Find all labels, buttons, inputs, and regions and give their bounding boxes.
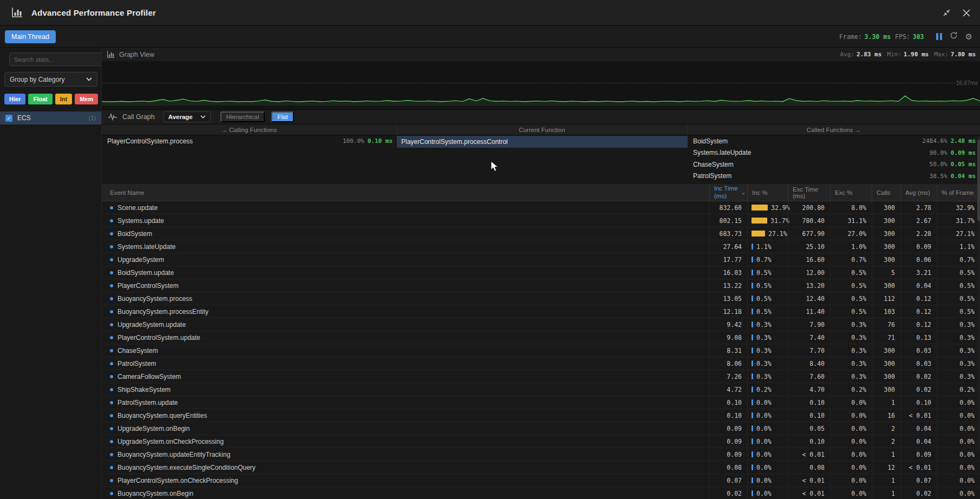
avg-cell: 0.10: [900, 396, 937, 409]
table-row[interactable]: UpgradeSystem.update9.420.3%7.900.3%760.…: [102, 318, 980, 331]
main-thread-tab[interactable]: Main Thread: [5, 30, 56, 43]
frame-pct-cell: 0.2%: [937, 383, 980, 396]
refresh-icon[interactable]: [950, 31, 958, 42]
exc-time-cell: 16.60: [788, 253, 830, 266]
avg-cell: 0.06: [900, 253, 937, 266]
exc-pct-cell: 0.5%: [830, 292, 872, 305]
inc-pct-cell: 31.7%: [747, 214, 788, 227]
filter-chip-mem[interactable]: Mem: [75, 94, 98, 104]
table-row[interactable]: PatrolSystem8.060.3%8.400.3%3000.030.3%: [102, 357, 980, 370]
table-row[interactable]: PlayerControlSystem13.220.5%13.200.5%300…: [102, 279, 980, 292]
table-row[interactable]: ChaseSystem8.310.3%7.700.3%3000.030.3%: [102, 344, 980, 357]
table-row[interactable]: PlayerControlSystem.onCheckProcessing0.0…: [102, 474, 980, 487]
inc-time-cell: 683.73: [709, 227, 747, 240]
avg-cell: 0.02: [900, 370, 937, 383]
table-row[interactable]: BuoyancySystem.onBegin0.020.0%< 0.010.0%…: [102, 487, 980, 499]
inc-pct-bar: [752, 412, 753, 418]
current-function-cell-wrap: PlayerControlSystem.processControl: [397, 135, 688, 184]
search-input[interactable]: [9, 52, 102, 66]
group-by-select[interactable]: Group by Category: [4, 72, 97, 87]
col-exc-time[interactable]: Exc Time (ms): [788, 184, 830, 201]
inc-pct-bar: [752, 257, 753, 262]
event-name-cell: UpgradeSystem: [102, 253, 709, 266]
checkbox-checked-icon[interactable]: ✓: [5, 115, 12, 122]
inc-time-cell: 16.03: [709, 266, 747, 279]
inc-pct-cell: 0.2%: [747, 383, 788, 396]
called-function-row[interactable]: PatrolSystem38.5%0.04 ms: [688, 170, 980, 182]
frame-pct-cell: 0.3%: [937, 331, 980, 344]
table-row[interactable]: PatrolSystem.update0.100.0%0.100.0%10.10…: [102, 396, 980, 409]
col-avg[interactable]: Avg (ms): [900, 184, 937, 201]
pause-icon[interactable]: [936, 33, 942, 40]
table-row[interactable]: CameraFollowSystem7.260.3%7.600.3%3000.0…: [102, 370, 980, 383]
fps-value: 303: [913, 33, 924, 41]
frame-pct-cell: 0.5%: [937, 292, 980, 305]
exc-time-cell: 12.40: [788, 292, 830, 305]
gridline-label: 16.67ms: [956, 80, 978, 86]
called-function-row[interactable]: BoidSystem2484.6%2.48 ms: [688, 135, 980, 147]
current-function-cell[interactable]: PlayerControlSystem.processControl: [397, 136, 688, 148]
table-row[interactable]: BuoyancySystem.updateEntityTracking0.090…: [102, 448, 980, 461]
frame-value: 3.30 ms: [865, 33, 891, 41]
sort-chevron-icon: ⌄: [741, 189, 746, 196]
exc-pct-cell: 0.0%: [830, 461, 872, 474]
table-row[interactable]: UpgradeSystem.onBegin0.090.0%0.050.0%20.…: [102, 422, 980, 435]
table-row[interactable]: ShipShakeSystem4.720.2%4.700.2%3000.020.…: [102, 383, 980, 396]
table-row[interactable]: BoidSystem.update16.030.5%12.000.5%53.21…: [102, 266, 980, 279]
table-row[interactable]: BoidSystem683.7327.1%677.9027.0%3002.282…: [102, 227, 980, 240]
called-function-row[interactable]: ChaseSystem50.0%0.05 ms: [688, 159, 980, 170]
inc-pct-bar: [752, 205, 768, 211]
col-inc-pct[interactable]: Inc %: [747, 184, 788, 201]
table-row[interactable]: BuoyancySystem.process13.050.5%12.400.5%…: [102, 292, 980, 305]
graph-view-icon: [107, 51, 115, 58]
calling-function-row[interactable]: PlayerControlSystem.process100.0%0.10 ms: [102, 135, 397, 147]
close-icon[interactable]: [963, 9, 970, 17]
frame-pct-cell: 0.0%: [937, 474, 980, 487]
frame-pct-cell: 0.0%: [937, 448, 980, 461]
calls-cell: 300: [872, 370, 900, 383]
graph-view-header: Graph View Avg: 2.83 ms Min: 1.90 ms Max…: [102, 48, 980, 61]
col-inc-time[interactable]: Inc Time (ms) ⌄: [709, 184, 747, 201]
col-calls[interactable]: Calls: [872, 184, 900, 201]
filter-chip-float[interactable]: Float: [28, 94, 52, 104]
inc-pct-bar: [752, 231, 765, 237]
filter-chip-hier[interactable]: Hier: [4, 94, 25, 104]
sidebar-item-ecs[interactable]: ✓ ECS (1): [0, 111, 101, 124]
table-row[interactable]: BuoyancySystem.executeSingleConditionQue…: [102, 461, 980, 474]
table-row[interactable]: BuoyancySystem.queryEntities0.100.0%0.10…: [102, 409, 980, 422]
calls-cell: 71: [872, 331, 900, 344]
table-row[interactable]: Systems.lateUpdate27.641.1%25.101.0%3000…: [102, 240, 980, 253]
settings-gear-icon[interactable]: ⚙: [965, 32, 972, 42]
inc-pct-bar: [752, 477, 753, 483]
col-event-name[interactable]: Event Name: [102, 184, 709, 201]
table-scrollbar[interactable]: [977, 136, 980, 451]
frame-pct-cell: 0.3%: [937, 318, 980, 331]
filter-chip-int[interactable]: Int: [55, 94, 72, 104]
exc-time-cell: 8.40: [788, 357, 830, 370]
page-title: Advanced Performance Profiler: [31, 8, 156, 17]
table-row[interactable]: UpgradeSystem.onCheckProcessing0.090.0%0…: [102, 435, 980, 448]
hierarchical-button[interactable]: Hierarchical: [220, 111, 265, 122]
call-graph-column-headers: → Calling Functions Current Function Cal…: [102, 124, 980, 135]
col-frame-pct[interactable]: % of Frame: [937, 184, 980, 201]
aggregation-select[interactable]: Average: [164, 111, 211, 122]
event-dot-icon: [110, 401, 113, 404]
flat-button[interactable]: Flat: [271, 111, 293, 122]
scrollbar-thumb[interactable]: [977, 140, 980, 221]
table-row[interactable]: Scene.update832.6032.9%200.808.0%3002.78…: [102, 201, 980, 214]
table-row[interactable]: PlayerControlSystem.update9.080.3%7.400.…: [102, 331, 980, 344]
avg-cell: 2.78: [900, 201, 937, 214]
called-function-row[interactable]: Systems.lateUpdate90.0%0.09 ms: [688, 147, 980, 159]
avg-cell: 0.09: [900, 448, 937, 461]
frame-time-graph[interactable]: 16.67ms: [102, 61, 980, 109]
col-exc-pct[interactable]: Exc %: [830, 184, 872, 201]
exc-pct-cell: 0.0%: [830, 448, 872, 461]
inc-time-cell: 0.09: [709, 448, 747, 461]
collapse-window-icon[interactable]: [943, 9, 951, 17]
table-row[interactable]: UpgradeSystem17.770.7%16.600.7%3000.060.…: [102, 253, 980, 266]
table-row[interactable]: BuoyancySystem.processEntity12.180.5%11.…: [102, 305, 980, 318]
calls-cell: 2: [872, 435, 900, 448]
table-row[interactable]: Systems.update802.1531.7%780.4031.1%3002…: [102, 214, 980, 227]
calls-cell: 1: [872, 487, 900, 499]
inc-time-cell: 9.08: [709, 331, 747, 344]
